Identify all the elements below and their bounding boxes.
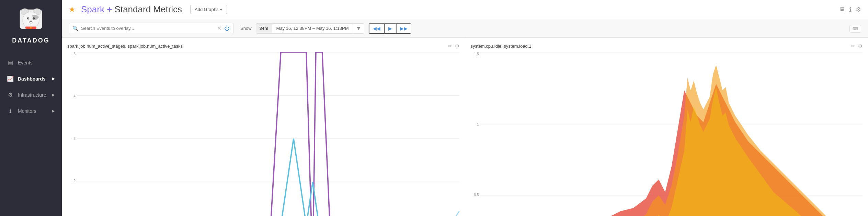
edit-icon[interactable]: ✏ xyxy=(448,43,452,49)
y-label: 2 xyxy=(73,179,76,183)
sidebar-item-events[interactable]: ▤ Events xyxy=(0,55,62,71)
y-label: 0.5 xyxy=(474,193,479,197)
time-range-selector[interactable]: 34m May 16, 12:38PM – May 16, 1:13PM ▼ xyxy=(256,23,365,34)
chart-inner-1: 12:40 12:45 12:50 12:55 13:00 13:05 13:1… xyxy=(77,52,459,216)
svg-point-3 xyxy=(23,12,39,28)
time-range-text: May 16, 12:38PM – May 16, 1:13PM xyxy=(272,24,353,33)
datadog-logo-icon xyxy=(17,7,45,34)
graph-title-2: system.cpu.idle, system.load.1 xyxy=(471,44,852,49)
chart-container-2: 1.5 1 0.5 0 xyxy=(471,52,863,216)
svg-point-6 xyxy=(28,18,29,19)
settings-icon[interactable]: ⚙ xyxy=(856,6,861,13)
events-icon: ▤ xyxy=(7,59,14,66)
header-actions: 🖥 ℹ ⚙ xyxy=(839,6,861,13)
logo-area: DATADOG xyxy=(9,0,53,51)
page-title: Spark + Standard Metrics xyxy=(81,4,182,15)
time-range-dropdown-icon[interactable]: ▼ xyxy=(353,24,364,33)
play-button[interactable]: ▶ xyxy=(384,23,396,34)
chart-svg-1 xyxy=(77,52,459,216)
chevron-right-icon: ▶ xyxy=(52,109,55,113)
svg-point-8 xyxy=(30,21,32,22)
graph-header-1: spark.job.num_active_stages, spark.job.n… xyxy=(67,43,459,49)
sidebar-item-dashboards[interactable]: 📈 Dashboards ▶ xyxy=(0,71,62,87)
graph-actions-1: ✏ ⚙ xyxy=(448,43,459,49)
chart-svg-2 xyxy=(480,52,863,216)
graph-header-2: system.cpu.idle, system.load.1 ✏ ⚙ xyxy=(471,43,863,49)
y-label: 1.5 xyxy=(474,52,479,56)
monitors-icon: ℹ xyxy=(7,108,14,114)
search-clear-icon[interactable]: ✕ xyxy=(217,25,221,32)
sidebar-item-monitors[interactable]: ℹ Monitors ▶ xyxy=(0,103,62,119)
search-icon: 🔍 xyxy=(72,26,78,31)
add-graphs-button[interactable]: Add Graphs + xyxy=(190,5,227,14)
y-label: 3 xyxy=(73,137,76,141)
main-content: ★ Spark + Standard Metrics Add Graphs + … xyxy=(62,0,868,216)
chart-inner-2: 12:40 12:45 12:50 12:55 13:00 13:05 13:1… xyxy=(480,52,863,216)
sidebar-item-label: Infrastructure xyxy=(18,92,46,98)
show-label: Show xyxy=(240,26,252,31)
graph-panel-1: spark.job.num_active_stages, spark.job.n… xyxy=(62,38,465,216)
time-range-badge: 34m xyxy=(256,24,272,33)
settings-icon[interactable]: ⚙ xyxy=(858,43,863,49)
y-label: 5 xyxy=(73,52,76,56)
y-axis-1: 5 4 3 2 1 0 xyxy=(67,52,77,216)
sidebar-item-label: Events xyxy=(18,60,33,65)
toolbar: 🔍 ✕ ⏻ Show 34m May 16, 12:38PM – May 16,… xyxy=(62,19,868,38)
sidebar: DATADOG ▤ Events 📈 Dashboards ▶ ⚙ Infras… xyxy=(0,0,62,216)
sidebar-navigation: ▤ Events 📈 Dashboards ▶ ⚙ Infrastructure… xyxy=(0,55,62,119)
fast-forward-button[interactable]: ▶▶ xyxy=(396,23,411,34)
keyboard-shortcut-icon[interactable]: ⌨ xyxy=(849,25,861,33)
monitor-icon[interactable]: 🖥 xyxy=(839,6,845,13)
sidebar-item-label: Dashboards xyxy=(18,76,46,82)
edit-icon[interactable]: ✏ xyxy=(851,43,855,49)
sidebar-item-label: Monitors xyxy=(18,108,36,114)
brand-label: DATADOG xyxy=(12,37,49,44)
search-box[interactable]: 🔍 ✕ ⏻ xyxy=(69,23,233,34)
graph-actions-2: ✏ ⚙ xyxy=(851,43,863,49)
search-input[interactable] xyxy=(81,26,214,31)
infrastructure-icon: ⚙ xyxy=(7,92,14,98)
favorite-star-icon[interactable]: ★ xyxy=(69,5,76,14)
sidebar-item-infrastructure[interactable]: ⚙ Infrastructure ▶ xyxy=(0,87,62,103)
graph-title-1: spark.job.num_active_stages, spark.job.n… xyxy=(67,44,448,49)
search-power-icon[interactable]: ⏻ xyxy=(224,25,230,32)
dashboards-icon: 📈 xyxy=(7,75,14,82)
svg-marker-22 xyxy=(480,65,863,216)
y-label: 4 xyxy=(73,94,76,98)
y-label: 1 xyxy=(477,123,479,127)
svg-point-10 xyxy=(30,27,32,28)
graph-panel-2: system.cpu.idle, system.load.1 ✏ ⚙ 1.5 1… xyxy=(465,38,868,216)
settings-icon[interactable]: ⚙ xyxy=(455,43,459,49)
page-header: ★ Spark + Standard Metrics Add Graphs + … xyxy=(62,0,868,19)
time-navigation-buttons: ◀◀ ▶ ▶▶ xyxy=(368,23,411,34)
chart-container-1: 5 4 3 2 1 0 xyxy=(67,52,459,216)
chevron-right-icon: ▶ xyxy=(52,77,55,81)
graphs-area: spark.job.num_active_stages, spark.job.n… xyxy=(62,38,868,216)
chevron-right-icon: ▶ xyxy=(52,93,55,97)
info-icon[interactable]: ℹ xyxy=(849,6,852,13)
rewind-button[interactable]: ◀◀ xyxy=(369,23,384,34)
y-axis-2: 1.5 1 0.5 0 xyxy=(471,52,480,216)
